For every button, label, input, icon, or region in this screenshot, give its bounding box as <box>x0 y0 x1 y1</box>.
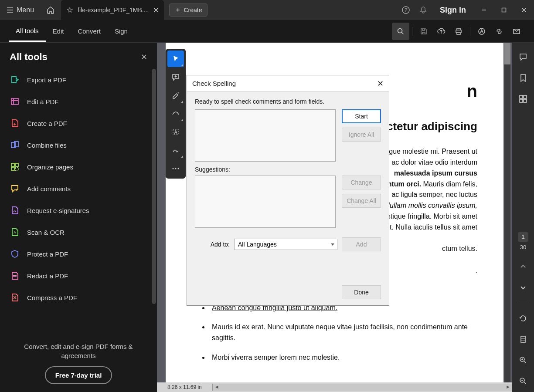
dialog-titlebar[interactable]: Check Spelling ✕ <box>187 75 389 92</box>
svg-rect-9 <box>11 163 14 166</box>
window-maximize[interactable] <box>494 0 514 20</box>
sidebar-item-label: Protect a PDF <box>27 250 68 258</box>
link-button[interactable] <box>490 23 508 40</box>
help-button[interactable]: ? <box>397 0 415 20</box>
sidebar-item-redact[interactable]: Redact a PDF <box>3 265 153 287</box>
tab-convert[interactable]: Convert <box>71 21 108 41</box>
titlebar: Menu ☆ file-example_PDF_1MB.... ✕ ＋ Crea… <box>0 0 534 20</box>
tab-sign[interactable]: Sign <box>108 21 135 41</box>
svg-text:A: A <box>174 130 177 135</box>
list-item: Mauris id ex erat. Nunc vulputate neque … <box>209 322 477 344</box>
svg-rect-20 <box>520 95 523 98</box>
doc-vertical-scrollbar[interactable] <box>504 43 510 382</box>
protect-icon <box>10 249 20 259</box>
addto-label: Add to: <box>195 241 230 248</box>
tab-close-button[interactable]: ✕ <box>153 6 159 14</box>
redact-icon <box>10 270 20 281</box>
sidebar-item-compress[interactable]: Compress a PDF <box>3 287 153 308</box>
search-icon <box>397 27 405 35</box>
start-button[interactable]: Start <box>342 109 381 123</box>
sidebar-item-scan[interactable]: AScan & OCR <box>3 221 153 243</box>
statusbar: 8.26 x 11.69 in <box>157 382 512 392</box>
suggestions-label: Suggestions: <box>195 166 381 173</box>
page-display-button[interactable] <box>517 334 529 345</box>
bookmarks-button[interactable] <box>517 72 529 84</box>
window-minimize[interactable] <box>474 0 494 20</box>
ai-button[interactable] <box>473 23 490 40</box>
tab-title: file-example_PDF_1MB.... <box>78 7 149 14</box>
signin-button[interactable]: Sign in <box>432 6 474 15</box>
search-button[interactable] <box>392 23 409 40</box>
done-button[interactable]: Done <box>342 285 381 299</box>
sidebar-item-export[interactable]: Export a PDF <box>3 69 153 91</box>
svg-rect-10 <box>15 163 18 166</box>
suggestions-box[interactable] <box>195 176 336 228</box>
rotate-button[interactable] <box>517 313 529 324</box>
zoom-out-button[interactable] <box>517 375 529 387</box>
sidebar-item-esign[interactable]: Request e-signatures <box>3 199 153 221</box>
email-button[interactable] <box>508 23 525 40</box>
svg-rect-12 <box>15 167 18 170</box>
sidebar-footer: Convert, edit and e-sign PDF forms & agr… <box>0 334 157 392</box>
page-up-button[interactable] <box>517 261 529 272</box>
link-icon <box>495 27 503 36</box>
menu-button[interactable]: Menu <box>0 0 40 20</box>
comment-tool[interactable] <box>167 69 184 85</box>
sidebar-item-combine[interactable]: Combine files <box>3 134 153 156</box>
sidebar-item-label: Compress a PDF <box>27 294 77 301</box>
more-tools[interactable] <box>167 160 184 177</box>
save-icon <box>420 27 428 35</box>
svg-text:A: A <box>14 230 16 234</box>
sidebar-item-create[interactable]: Create a PDF <box>3 112 153 134</box>
comments-panel-button[interactable] <box>517 51 529 63</box>
cloud-upload-button[interactable] <box>432 23 450 40</box>
sidebar-item-protect[interactable]: Protect a PDF <box>3 243 153 265</box>
draw-tool[interactable] <box>167 105 184 122</box>
create-button[interactable]: ＋ Create <box>169 3 207 17</box>
sidebar-list: ▲ Export a PDF Edit a PDF Create a PDF C… <box>0 69 157 334</box>
home-button[interactable] <box>40 0 61 20</box>
highlight-tool[interactable] <box>167 87 184 104</box>
tab-edit[interactable]: Edit <box>46 21 71 41</box>
sidebar-title: All tools <box>10 51 48 63</box>
sidebar-close-button[interactable]: ✕ <box>141 52 147 62</box>
tab-all-tools[interactable]: All tools <box>9 21 46 42</box>
sidebar-scrollbar-thumb[interactable] <box>152 69 156 304</box>
doc-scroll-thumb[interactable] <box>504 43 510 64</box>
ignore-all-button[interactable]: Ignore All <box>342 128 381 142</box>
text-select-icon: A <box>171 128 180 136</box>
email-icon <box>512 27 521 36</box>
zoom-out-icon <box>519 377 527 385</box>
sidebar-item-edit[interactable]: Edit a PDF <box>3 91 153 112</box>
dialog-close-button[interactable]: ✕ <box>377 79 384 88</box>
chevron-down-icon <box>520 284 527 291</box>
create-label: Create <box>184 7 202 14</box>
notifications-button[interactable] <box>415 0 432 20</box>
thumbnails-button[interactable] <box>517 93 529 105</box>
add-button[interactable]: Add <box>342 237 381 251</box>
sign-tool[interactable] <box>167 142 184 159</box>
selection-tool[interactable] <box>167 51 184 67</box>
change-button[interactable]: Change <box>342 176 381 189</box>
page-down-button[interactable] <box>517 282 529 293</box>
help-icon: ? <box>401 6 410 14</box>
change-all-button[interactable]: Change All <box>342 194 381 208</box>
home-icon <box>46 6 55 14</box>
window-close[interactable] <box>514 0 534 20</box>
sidebar-item-comments[interactable]: Add comments <box>3 178 153 199</box>
current-page[interactable]: 1 <box>518 232 528 242</box>
textselect-tool[interactable]: A <box>167 124 184 140</box>
horizontal-scrollbar[interactable] <box>212 384 512 391</box>
zoom-in-button[interactable] <box>517 355 529 366</box>
print-button[interactable] <box>450 23 467 40</box>
signature-icon <box>171 146 180 155</box>
trial-button[interactable]: Free 7-day trial <box>45 366 112 384</box>
save-button[interactable] <box>415 23 432 40</box>
svg-point-18 <box>175 168 177 169</box>
dialog-word-box[interactable] <box>195 109 336 162</box>
svg-rect-24 <box>521 336 525 342</box>
addto-select[interactable]: All Languages <box>234 239 337 250</box>
document-tab[interactable]: ☆ file-example_PDF_1MB.... ✕ <box>61 0 164 20</box>
ai-icon <box>477 27 486 36</box>
sidebar-item-organize[interactable]: Organize pages <box>3 156 153 178</box>
